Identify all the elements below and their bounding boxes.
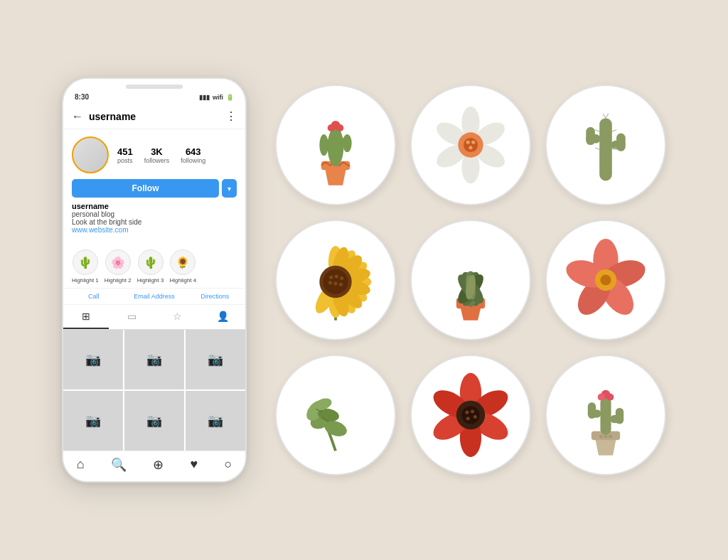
red-flower-illustration xyxy=(426,370,515,460)
grid-tab-tagged[interactable]: 👤 xyxy=(200,305,245,329)
svg-point-98 xyxy=(598,394,605,401)
back-button[interactable]: ← xyxy=(72,110,83,123)
status-bar: 8:30 ▮▮▮ wifi 🔋 xyxy=(63,92,245,104)
photo-grid: 📷 📷 📷 📷 📷 📷 xyxy=(63,330,245,451)
cactus-pot-illustration xyxy=(291,100,380,190)
svg-point-18 xyxy=(466,141,470,144)
circle-white-flower[interactable] xyxy=(410,85,531,205)
svg-line-27 xyxy=(612,130,616,132)
tall-cactus-illustration xyxy=(561,100,651,190)
svg-point-51 xyxy=(340,276,343,280)
tab-email[interactable]: Email Address xyxy=(124,289,184,304)
highlight-label-1: Highlight 1 xyxy=(72,277,99,284)
page-container: 8:30 ▮▮▮ wifi 🔋 ← username ⋮ 451 xyxy=(0,49,728,511)
followers-count: 3K xyxy=(151,146,163,157)
nav-home-icon[interactable]: ⌂ xyxy=(77,457,85,473)
bio-description: personal blog xyxy=(72,210,237,218)
photo-cell-4[interactable]: 📷 xyxy=(63,391,123,451)
profile-section: 451 posts 3K followers 643 following Fol… xyxy=(63,129,245,245)
highlight-label-2: Highlight 2 xyxy=(105,277,132,284)
phone-mockup: 8:30 ▮▮▮ wifi 🔋 ← username ⋮ 451 xyxy=(62,77,247,483)
svg-rect-23 xyxy=(586,127,595,145)
svg-line-30 xyxy=(603,114,606,118)
highlight-3[interactable]: 🌵 Highlight 3 xyxy=(137,249,164,284)
nav-heart-icon[interactable]: ♥ xyxy=(190,457,198,473)
posts-count: 451 xyxy=(117,146,133,157)
phone-notch xyxy=(63,79,245,92)
circle-small-cactus[interactable] xyxy=(545,355,666,475)
nav-add-icon[interactable]: ⊕ xyxy=(153,457,164,473)
follow-dropdown-button[interactable]: ▾ xyxy=(222,179,237,198)
white-flower-illustration xyxy=(426,100,515,190)
highlight-circle-3: 🌵 xyxy=(138,249,164,275)
svg-point-8 xyxy=(328,124,335,131)
highlights-circles-grid xyxy=(275,85,666,475)
photo-cell-5[interactable]: 📷 xyxy=(124,391,184,451)
svg-point-100 xyxy=(599,435,603,438)
svg-point-19 xyxy=(471,141,475,144)
highlight-2[interactable]: 🌸 Highlight 2 xyxy=(105,249,132,284)
svg-point-20 xyxy=(469,146,472,149)
highlight-1[interactable]: 🌵 Highlight 1 xyxy=(72,249,99,284)
svg-rect-94 xyxy=(588,402,596,419)
action-tabs: Call Email Address Directions xyxy=(63,289,245,305)
avatar xyxy=(72,136,109,173)
followers-label: followers xyxy=(144,157,170,164)
photo-cell-1[interactable]: 📷 xyxy=(63,330,123,389)
grid-tab-grid[interactable]: ⊞ xyxy=(63,305,109,329)
svg-point-86 xyxy=(465,411,469,414)
svg-line-31 xyxy=(606,114,609,118)
circle-pink-flower[interactable] xyxy=(545,220,666,340)
bio-section: username personal blog Look at the brigh… xyxy=(72,202,237,238)
grid-tab-saved[interactable]: ☆ xyxy=(154,305,200,329)
grid-tab-list[interactable]: ▭ xyxy=(109,305,154,329)
tab-call[interactable]: Call xyxy=(63,289,124,304)
photo-cell-6[interactable]: 📷 xyxy=(186,391,245,451)
nav-search-icon[interactable]: 🔍 xyxy=(111,457,127,473)
circle-cactus-pot[interactable] xyxy=(275,85,396,205)
tab-directions[interactable]: Directions xyxy=(185,289,245,304)
circle-sunflower[interactable] xyxy=(275,220,396,340)
highlight-label-3: Highlight 3 xyxy=(137,277,164,284)
highlight-circle-2: 🌸 xyxy=(105,249,131,275)
bio-name: username xyxy=(72,202,237,210)
circle-tall-cactus[interactable] xyxy=(545,85,666,205)
svg-point-70 xyxy=(600,274,611,285)
insta-header: ← username ⋮ xyxy=(63,104,245,129)
stat-posts: 451 posts xyxy=(117,146,133,164)
bio-website[interactable]: www.website.com xyxy=(72,226,237,234)
svg-line-26 xyxy=(595,130,599,132)
highlight-4[interactable]: 🌻 Highlight 4 xyxy=(169,249,196,284)
leaves-illustration xyxy=(291,370,380,460)
svg-point-50 xyxy=(335,274,338,278)
svg-rect-92 xyxy=(600,397,611,435)
follow-button[interactable]: Follow xyxy=(72,179,219,198)
svg-point-87 xyxy=(471,409,474,413)
photo-cell-2[interactable]: 📷 xyxy=(124,330,184,389)
svg-point-99 xyxy=(606,394,614,401)
svg-point-53 xyxy=(333,282,337,286)
svg-point-89 xyxy=(466,417,470,421)
svg-point-88 xyxy=(473,415,477,419)
svg-point-9 xyxy=(336,124,343,131)
menu-button[interactable]: ⋮ xyxy=(225,109,237,123)
circle-leaves[interactable] xyxy=(275,355,396,475)
highlight-label-4: Highlight 4 xyxy=(169,277,196,284)
svg-rect-96 xyxy=(616,408,623,424)
signal-icon: ▮▮▮ xyxy=(199,94,210,101)
circle-red-flower[interactable] xyxy=(410,355,531,475)
follow-row: Follow ▾ xyxy=(72,179,237,198)
succulent-pot-illustration xyxy=(426,235,515,325)
stats-container: 451 posts 3K followers 643 following xyxy=(117,146,237,164)
circle-succulent-pot[interactable] xyxy=(410,220,531,340)
photo-cell-3[interactable]: 📷 xyxy=(186,330,245,389)
posts-label: posts xyxy=(117,157,133,164)
svg-line-28 xyxy=(595,148,599,150)
sunflower-illustration xyxy=(291,235,380,325)
svg-point-85 xyxy=(461,406,479,424)
notch-bar xyxy=(126,85,183,89)
battery-icon: 🔋 xyxy=(226,94,234,101)
svg-point-52 xyxy=(328,281,332,284)
nav-profile-icon[interactable]: ○ xyxy=(224,457,232,473)
svg-rect-4 xyxy=(324,139,336,146)
